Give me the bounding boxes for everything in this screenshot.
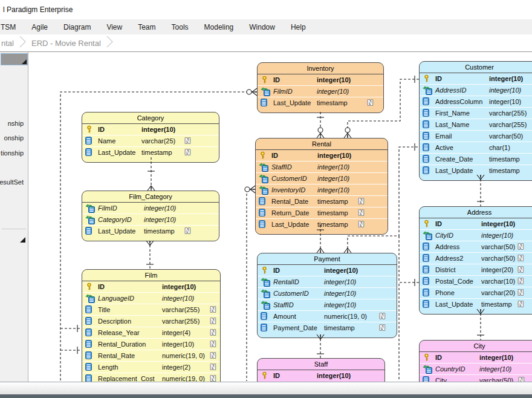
crow-foot-mark bbox=[477, 309, 484, 314]
breadcrumb-item-ntal[interactable]: ntal bbox=[0, 39, 16, 48]
crow-foot-mark bbox=[148, 186, 155, 191]
window-title: l Paradigm Enterprise bbox=[3, 5, 73, 14]
crow-foot-mark bbox=[477, 175, 484, 180]
horizontal-scrollbar[interactable] bbox=[0, 382, 532, 394]
menu-bar: TSMAgileDiagramViewTeamToolsModelingWind… bbox=[0, 19, 532, 34]
menu-item-agile[interactable]: Agile bbox=[31, 23, 48, 31]
palette-item-nship[interactable]: nship bbox=[8, 120, 24, 127]
diagram-palette: nshiponshiptionshipResultSet bbox=[0, 52, 28, 382]
palette-item-onship[interactable]: onship bbox=[4, 134, 24, 142]
relationship-line[interactable] bbox=[348, 147, 419, 253]
palette-item-resultset[interactable]: ResultSet bbox=[0, 178, 24, 186]
relationship-line[interactable] bbox=[247, 189, 255, 381]
diagram-world: InventoryIDinteger(10)FilmIDinteger(10)L… bbox=[29, 52, 532, 382]
breadcrumb-chevron-icon bbox=[19, 34, 27, 51]
menu-item-tsm[interactable]: TSM bbox=[1, 23, 16, 31]
diagram-canvas[interactable]: InventoryIDinteger(10)FilmIDinteger(10)L… bbox=[29, 52, 532, 382]
breadcrumb-chevron-icon bbox=[106, 34, 114, 51]
resize-corner-icon[interactable] bbox=[22, 59, 27, 64]
menu-item-window[interactable]: Window bbox=[249, 23, 275, 31]
application-window: l Paradigm Enterprise TSMAgileDiagramVie… bbox=[0, 0, 532, 398]
menu-item-team[interactable]: Team bbox=[138, 23, 155, 31]
menu-item-diagram[interactable]: Diagram bbox=[63, 23, 91, 31]
breadcrumb-item-erd-movie-rental[interactable]: ERD - Movie Rental bbox=[29, 39, 103, 48]
crow-foot-mark bbox=[317, 248, 324, 253]
breadcrumb: ntalERD - Movie Rental bbox=[0, 34, 532, 51]
crow-foot-circle-mark bbox=[247, 88, 257, 96]
relationship-line[interactable] bbox=[348, 79, 419, 138]
crow-foot-mark bbox=[146, 241, 154, 246]
crow-foot-circle-mark bbox=[344, 128, 351, 138]
bottom-bar bbox=[0, 394, 532, 398]
menu-item-view[interactable]: View bbox=[106, 23, 122, 31]
menu-item-modeling[interactable]: Modeling bbox=[204, 23, 234, 31]
palette-expand-icon[interactable] bbox=[20, 237, 25, 243]
relationship-line[interactable] bbox=[60, 92, 257, 381]
palette-item-tionship[interactable]: tionship bbox=[1, 149, 24, 157]
relationship-line[interactable] bbox=[399, 282, 419, 381]
menu-item-tools[interactable]: Tools bbox=[172, 23, 189, 31]
title-bar: l Paradigm Enterprise bbox=[0, 0, 532, 19]
palette-separator bbox=[2, 229, 26, 229]
relationship-connectors bbox=[29, 52, 532, 382]
menu-item-help[interactable]: Help bbox=[291, 23, 306, 31]
crow-foot-mark bbox=[344, 248, 351, 253]
crow-foot-circle-mark bbox=[245, 186, 255, 193]
crow-foot-circle-mark bbox=[317, 128, 324, 138]
crow-foot-mark bbox=[317, 334, 324, 339]
palette-collapsed-button[interactable] bbox=[1, 53, 28, 65]
